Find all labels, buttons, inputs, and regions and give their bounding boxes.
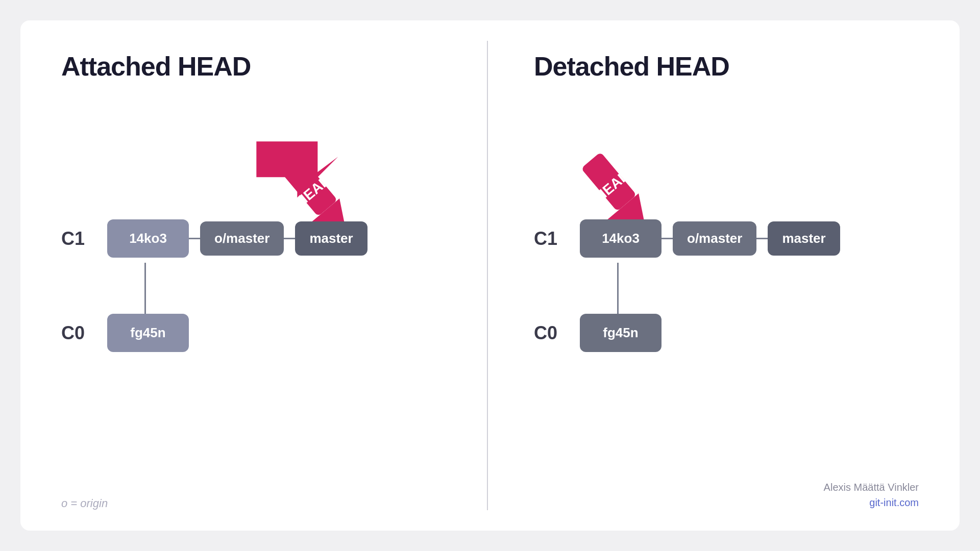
connector-h1: [189, 238, 200, 239]
credit-name: Alexis Määttä Vinkler: [824, 482, 919, 493]
attached-head-title: Attached HEAD: [61, 51, 251, 82]
detached-head-panel: Detached HEAD HEAD C1 14ko3 o/master: [488, 20, 960, 531]
connector-h4: [756, 238, 768, 239]
detached-diagram: HEAD C1 14ko3 o/master master C0 fg45n: [534, 112, 929, 510]
connector-h2: [284, 238, 295, 239]
attached-vert-connector: [144, 263, 146, 314]
attached-c0-label: C0: [61, 322, 92, 344]
detached-node-fg45n: fg45n: [580, 314, 662, 352]
attached-node-omaster: o/master: [200, 221, 284, 256]
attached-diagram: HEAD C1 14ko3 o/master master C0 fg45n: [61, 112, 456, 510]
detached-c1-row: C1 14ko3 o/master master: [534, 219, 840, 258]
attached-head-panel: Attached HEAD HEAD: [20, 20, 487, 531]
detached-node-omaster: o/master: [673, 221, 756, 256]
attached-node-fg45n: fg45n: [107, 314, 189, 352]
detached-c0-row: C0 fg45n: [534, 314, 662, 352]
footer-note: o = origin: [61, 497, 108, 510]
attached-c1-label: C1: [61, 228, 92, 249]
credit-url[interactable]: git-init.com: [869, 497, 919, 508]
detached-node-14ko3: 14ko3: [580, 219, 662, 258]
attached-c0-row: C0 fg45n: [61, 314, 189, 352]
connector-h3: [662, 238, 673, 239]
footer-credit: Alexis Määttä Vinkler git-init.com: [824, 480, 919, 510]
detached-head-title: Detached HEAD: [534, 51, 729, 82]
detached-vert-connector: [617, 263, 619, 314]
attached-node-14ko3: 14ko3: [107, 219, 189, 258]
detached-node-master: master: [768, 221, 840, 256]
attached-node-master: master: [295, 221, 367, 256]
attached-c1-row: C1 14ko3 o/master master: [61, 219, 368, 258]
slide: Attached HEAD HEAD: [20, 20, 960, 531]
detached-c1-label: C1: [534, 228, 565, 249]
detached-c0-label: C0: [534, 322, 565, 344]
